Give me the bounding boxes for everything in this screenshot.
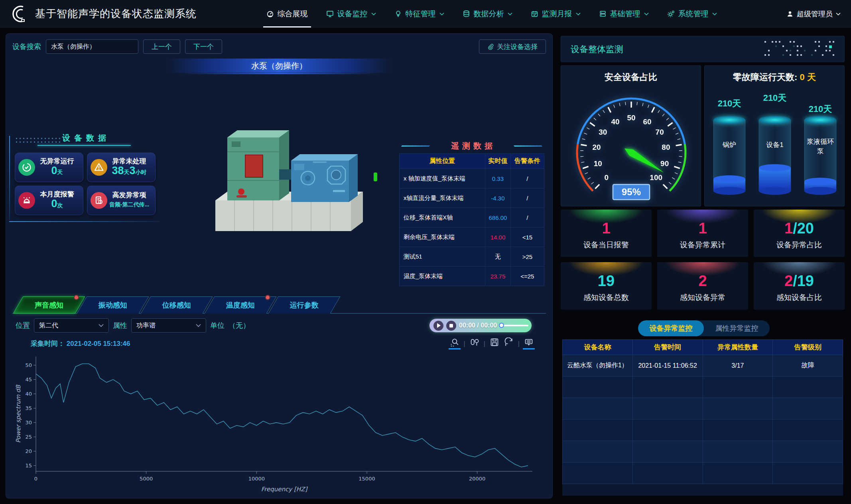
alarm-cell: 云酷水泵（勿操作1） xyxy=(563,355,633,377)
alarm-tab-1[interactable]: 设备异常监控 xyxy=(638,320,704,336)
nav-item-7[interactable]: 系统管理 xyxy=(667,0,717,27)
table-row[interactable]: 位移_泵体首端X轴686.00/ xyxy=(400,208,544,227)
player-seek-slider[interactable] xyxy=(500,325,528,326)
svg-text:25: 25 xyxy=(25,434,32,440)
capture-time: 采集时间： 2021-02-05 15:13:46 xyxy=(31,339,130,348)
nav-item-4[interactable]: 数据分析 xyxy=(463,0,512,27)
attribute-select[interactable]: 功率谱 xyxy=(131,318,206,333)
safe-device-gauge-card: 安全设备占比 010203040506070809010095% xyxy=(561,65,701,206)
calendar-icon xyxy=(531,10,538,18)
card-value: 0次 xyxy=(35,198,79,210)
cylinder-days: 210天 xyxy=(718,98,741,108)
play-button[interactable] xyxy=(433,321,443,331)
attr-name: x 轴加速度值_泵体末端 xyxy=(400,169,485,188)
table-row[interactable]: 测试51无>25 xyxy=(400,247,544,267)
device-data-card-1: 无异常运行0天 xyxy=(15,153,83,182)
stat-label: 设备异常占比 xyxy=(754,240,845,250)
table-row[interactable]: x轴直流分量_泵体末端-4.30/ xyxy=(400,188,544,208)
table-row[interactable]: 剩余电压_泵体末端14.00<15 xyxy=(400,227,544,247)
telemetry-title: 遥测数据 xyxy=(448,141,496,150)
card-label: 本月度报警 xyxy=(35,190,79,198)
stat-card-1: 1设备当日报警 xyxy=(561,210,652,257)
nav-item-6[interactable]: 基础管理 xyxy=(599,0,649,27)
telemetry-panel: 遥测数据 属性位置实时值告警条件 x 轴加速度值_泵体末端0.33/x轴直流分量… xyxy=(399,141,544,293)
nav-item-label: 综合展现 xyxy=(278,9,308,19)
tab-温度感知[interactable]: 温度感知 xyxy=(205,296,277,314)
tab-运行参数[interactable]: 运行参数 xyxy=(268,296,341,314)
stat-label: 设备异常累计 xyxy=(657,240,748,250)
player-seek-knob[interactable] xyxy=(499,323,504,328)
card-value: 38天3小时 xyxy=(107,165,151,177)
tab-位移感知[interactable]: 位移感知 xyxy=(141,296,213,314)
attr-value: -4.30 xyxy=(485,188,511,208)
capture-time-label: 采集时间： xyxy=(31,340,65,347)
machine-3d-view[interactable] xyxy=(193,114,385,237)
stat-value: 19 xyxy=(561,273,652,290)
stat-card-5: 2感知设备异常 xyxy=(657,262,748,310)
svg-text:0: 0 xyxy=(604,173,609,182)
svg-text:40: 40 xyxy=(25,391,32,397)
attribute-label: 属性 xyxy=(113,321,127,330)
chevron-down-icon xyxy=(836,12,841,16)
nav-item-2[interactable]: 设备监控 xyxy=(326,0,376,27)
report-icon xyxy=(91,192,107,209)
alarm-cell: 2021-01-15 11:06:52 xyxy=(632,355,703,377)
unit-label: 单位 xyxy=(210,321,225,330)
svg-text:泵: 泵 xyxy=(817,147,824,155)
focus-device-button[interactable]: 关注设备选择 xyxy=(479,39,546,54)
svg-text:30: 30 xyxy=(25,420,32,426)
user-menu[interactable]: 超级管理员 xyxy=(786,9,841,19)
user-icon xyxy=(786,10,794,18)
alarm-tabs: 设备异常监控属性异常监控 xyxy=(638,320,770,336)
play-icon xyxy=(437,323,441,328)
table-row[interactable]: 温度_泵体末端23.75<=25 xyxy=(400,267,544,286)
svg-text:15: 15 xyxy=(25,463,32,469)
tab-label: 振动感知 xyxy=(82,297,144,314)
chart-controls: 位置 第二代 属性 功率谱 单位 （无） 00:00 / 00:00 xyxy=(16,318,543,333)
zoom-box-icon[interactable] xyxy=(449,337,460,349)
alarm-condition: / xyxy=(510,169,544,188)
alarm-condition: >25 xyxy=(510,247,544,267)
svg-text:15000: 15000 xyxy=(359,476,375,482)
tooltip-toggle-icon[interactable] xyxy=(524,337,534,349)
nav-item-1[interactable]: 综合展现 xyxy=(266,0,308,27)
refresh-icon[interactable] xyxy=(504,337,514,349)
alarm-col-header: 告警级别 xyxy=(773,340,843,355)
prev-device-button[interactable]: 上一个 xyxy=(143,39,180,54)
next-device-button[interactable]: 下一个 xyxy=(185,39,222,54)
nav-item-label: 数据分析 xyxy=(474,9,504,19)
position-select[interactable]: 第二代 xyxy=(34,318,109,333)
stat-value: 1/20 xyxy=(754,220,845,237)
nav-item-3[interactable]: 特征管理 xyxy=(394,0,444,27)
table-row[interactable]: x 轴加速度值_泵体末端0.33/ xyxy=(400,169,544,188)
device-title-banner: 水泵（勿操作） xyxy=(167,59,391,73)
nav-item-5[interactable]: 监测月报 xyxy=(531,0,581,27)
cylinder-days: 210天 xyxy=(763,93,787,103)
spectrum-plot[interactable]: 152025303540455005000100001500020000Powe… xyxy=(14,351,545,496)
search-input[interactable] xyxy=(46,39,138,54)
svg-text:60: 60 xyxy=(643,118,651,126)
alarm-tab-2[interactable]: 属性异常监控 xyxy=(704,320,770,336)
warn-icon xyxy=(91,159,107,176)
zoom-reset-icon[interactable] xyxy=(469,337,480,349)
table-row[interactable]: 云酷水泵（勿操作1）2021-01-15 11:06:523/17故障 xyxy=(563,355,843,377)
spectrum-chart-area: 采集时间： 2021-02-05 15:13:46 | | | 15202530… xyxy=(14,337,545,496)
svg-text:80: 80 xyxy=(662,143,670,151)
tab-振动感知[interactable]: 振动感知 xyxy=(77,296,149,314)
alarm-table-card: 设备名称告警时间异常属性数量告警级别 云酷水泵（勿操作1）2021-01-15 … xyxy=(562,339,843,496)
tab-label: 温度感知 xyxy=(210,297,271,314)
stat-value: 1 xyxy=(561,220,652,237)
alarm-table: 设备名称告警时间异常属性数量告警级别 云酷水泵（勿操作1）2021-01-15 … xyxy=(562,339,843,484)
paperclip-icon xyxy=(487,43,494,50)
svg-text:100: 100 xyxy=(650,173,662,182)
stat-card-6: 2/19感知设备占比 xyxy=(754,262,845,310)
user-name: 超级管理员 xyxy=(797,9,833,19)
stat-value: 2 xyxy=(657,273,748,290)
save-image-icon[interactable] xyxy=(489,337,500,349)
stop-button[interactable] xyxy=(446,321,456,331)
dots-decoration xyxy=(764,41,836,59)
attr-name: 温度_泵体末端 xyxy=(400,267,485,286)
nav-item-label: 特征管理 xyxy=(406,9,436,19)
tab-声音感知[interactable]: 声音感知 xyxy=(13,296,85,314)
chevron-down-icon xyxy=(439,12,444,16)
